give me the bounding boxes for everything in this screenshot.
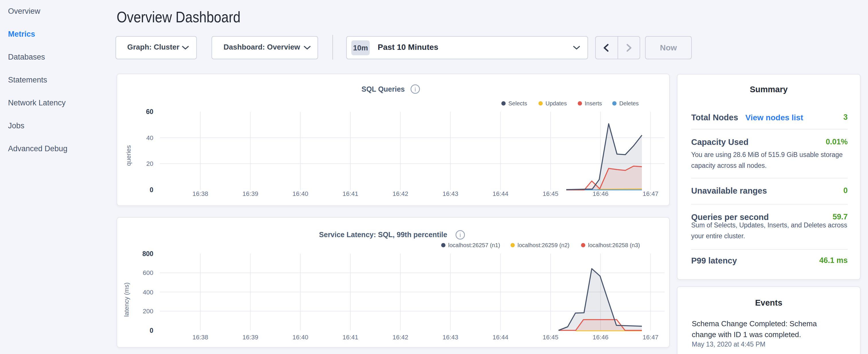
svg-text:i: i — [415, 86, 416, 93]
svg-text:Selects: Selects — [508, 100, 527, 106]
svg-text:800: 800 — [143, 250, 153, 257]
svg-text:16:44: 16:44 — [493, 190, 508, 197]
svg-text:16:44: 16:44 — [493, 334, 508, 341]
svg-text:600: 600 — [143, 269, 153, 277]
svg-text:16:45: 16:45 — [542, 334, 558, 341]
svg-text:60: 60 — [146, 108, 153, 116]
svg-text:16:40: 16:40 — [292, 334, 308, 341]
svg-text:16:46: 16:46 — [593, 334, 608, 341]
svg-text:localhost:26257 (n1): localhost:26257 (n1) — [448, 242, 500, 248]
svg-text:Updates: Updates — [546, 100, 567, 106]
svg-text:Inserts: Inserts — [585, 100, 602, 106]
svg-text:16:47: 16:47 — [643, 334, 658, 341]
svg-text:0: 0 — [150, 327, 153, 334]
svg-text:16:42: 16:42 — [393, 190, 408, 197]
svg-text:i: i — [460, 232, 461, 238]
svg-text:16:47: 16:47 — [643, 190, 658, 197]
svg-text:16:43: 16:43 — [442, 190, 458, 197]
svg-text:queries: queries — [125, 145, 132, 166]
svg-text:Deletes: Deletes — [619, 100, 639, 106]
svg-text:16:40: 16:40 — [292, 190, 308, 197]
svg-text:20: 20 — [147, 160, 153, 167]
svg-text:0: 0 — [150, 186, 153, 194]
svg-text:16:41: 16:41 — [342, 190, 358, 197]
svg-text:16:42: 16:42 — [393, 334, 408, 341]
svg-text:16:43: 16:43 — [442, 334, 458, 341]
svg-text:SQL Queries: SQL Queries — [362, 85, 405, 93]
svg-text:16:39: 16:39 — [242, 190, 258, 197]
svg-text:16:41: 16:41 — [342, 334, 358, 341]
svg-text:latency (ms): latency (ms) — [123, 282, 130, 317]
svg-text:200: 200 — [143, 308, 153, 315]
svg-text:localhost:26259 (n2): localhost:26259 (n2) — [518, 242, 569, 248]
svg-text:16:46: 16:46 — [593, 190, 608, 197]
svg-text:Service Latency: SQL, 99th per: Service Latency: SQL, 99th percentile — [319, 231, 447, 238]
svg-text:16:38: 16:38 — [192, 190, 208, 197]
svg-text:localhost:26258 (n3): localhost:26258 (n3) — [588, 242, 640, 248]
svg-text:40: 40 — [147, 134, 153, 141]
svg-text:400: 400 — [143, 289, 153, 296]
svg-text:16:45: 16:45 — [542, 190, 558, 197]
svg-text:16:38: 16:38 — [192, 334, 208, 341]
svg-text:16:39: 16:39 — [242, 334, 258, 341]
